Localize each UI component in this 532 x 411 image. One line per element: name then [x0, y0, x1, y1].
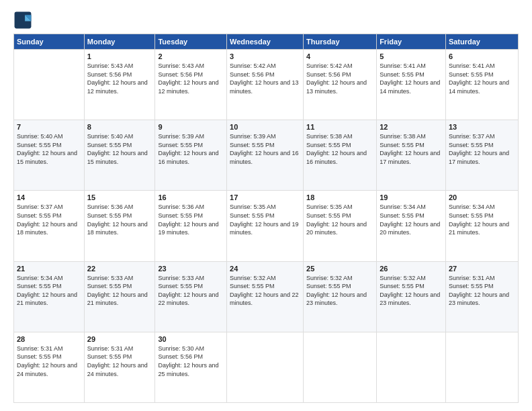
calendar-table: SundayMondayTuesdayWednesdayThursdayFrid… [13, 34, 519, 403]
day-info: Sunrise: 5:36 AM Sunset: 5:55 PM Dayligh… [158, 203, 224, 236]
day-number: 10 [230, 123, 300, 131]
week-row: 7Sunrise: 5:40 AM Sunset: 5:55 PM Daylig… [14, 120, 519, 191]
day-header: Saturday [445, 34, 518, 50]
day-cell: 9Sunrise: 5:39 AM Sunset: 5:55 PM Daylig… [155, 120, 227, 191]
logo-icon [13, 11, 32, 30]
day-info: Sunrise: 5:42 AM Sunset: 5:56 PM Dayligh… [230, 62, 300, 95]
day-number: 2 [158, 52, 224, 60]
day-header: Tuesday [155, 34, 227, 50]
day-number: 6 [449, 52, 515, 60]
day-info: Sunrise: 5:37 AM Sunset: 5:55 PM Dayligh… [449, 132, 515, 166]
day-info: Sunrise: 5:34 AM Sunset: 5:55 PM Dayligh… [17, 274, 81, 308]
week-row: 28Sunrise: 5:31 AM Sunset: 5:55 PM Dayli… [14, 332, 519, 402]
day-info: Sunrise: 5:36 AM Sunset: 5:55 PM Dayligh… [87, 203, 152, 236]
day-number: 26 [380, 265, 443, 273]
day-number: 30 [158, 335, 224, 343]
day-header: Sunday [14, 34, 85, 50]
day-cell: 21Sunrise: 5:34 AM Sunset: 5:55 PM Dayli… [14, 261, 85, 332]
day-cell: 12Sunrise: 5:38 AM Sunset: 5:55 PM Dayli… [377, 120, 446, 191]
week-row: 14Sunrise: 5:37 AM Sunset: 5:55 PM Dayli… [14, 191, 519, 261]
day-cell [227, 332, 304, 402]
day-number: 4 [306, 52, 373, 60]
day-number: 16 [158, 193, 224, 201]
day-cell: 2Sunrise: 5:43 AM Sunset: 5:56 PM Daylig… [155, 50, 227, 120]
day-info: Sunrise: 5:31 AM Sunset: 5:55 PM Dayligh… [17, 345, 81, 378]
day-number: 24 [230, 265, 300, 273]
day-info: Sunrise: 5:31 AM Sunset: 5:55 PM Dayligh… [449, 274, 515, 308]
day-number: 25 [306, 265, 373, 273]
day-number: 21 [17, 265, 81, 273]
day-info: Sunrise: 5:41 AM Sunset: 5:55 PM Dayligh… [380, 62, 443, 95]
logo [13, 11, 35, 30]
day-info: Sunrise: 5:34 AM Sunset: 5:55 PM Dayligh… [380, 203, 443, 236]
day-info: Sunrise: 5:33 AM Sunset: 5:55 PM Dayligh… [158, 274, 224, 308]
day-info: Sunrise: 5:42 AM Sunset: 5:56 PM Dayligh… [306, 62, 373, 95]
day-info: Sunrise: 5:32 AM Sunset: 5:55 PM Dayligh… [380, 274, 443, 308]
header-row: SundayMondayTuesdayWednesdayThursdayFrid… [14, 34, 519, 50]
day-number: 7 [17, 123, 81, 131]
day-info: Sunrise: 5:39 AM Sunset: 5:55 PM Dayligh… [230, 132, 300, 166]
day-info: Sunrise: 5:39 AM Sunset: 5:55 PM Dayligh… [158, 132, 224, 166]
day-number: 11 [306, 123, 373, 131]
day-info: Sunrise: 5:41 AM Sunset: 5:55 PM Dayligh… [449, 62, 515, 95]
day-header: Wednesday [227, 34, 304, 50]
day-cell: 7Sunrise: 5:40 AM Sunset: 5:55 PM Daylig… [14, 120, 85, 191]
day-cell: 4Sunrise: 5:42 AM Sunset: 5:56 PM Daylig… [304, 50, 377, 120]
day-cell: 29Sunrise: 5:31 AM Sunset: 5:55 PM Dayli… [84, 332, 155, 402]
day-info: Sunrise: 5:34 AM Sunset: 5:55 PM Dayligh… [449, 203, 515, 236]
week-row: 21Sunrise: 5:34 AM Sunset: 5:55 PM Dayli… [14, 261, 519, 332]
day-number: 8 [87, 123, 152, 131]
day-info: Sunrise: 5:32 AM Sunset: 5:55 PM Dayligh… [230, 274, 300, 308]
day-number: 13 [449, 123, 515, 131]
day-cell: 6Sunrise: 5:41 AM Sunset: 5:55 PM Daylig… [445, 50, 518, 120]
day-cell: 8Sunrise: 5:40 AM Sunset: 5:55 PM Daylig… [84, 120, 155, 191]
day-header: Thursday [304, 34, 377, 50]
day-cell: 26Sunrise: 5:32 AM Sunset: 5:55 PM Dayli… [377, 261, 446, 332]
day-cell: 3Sunrise: 5:42 AM Sunset: 5:56 PM Daylig… [227, 50, 304, 120]
day-number: 28 [17, 335, 81, 343]
day-cell: 1Sunrise: 5:43 AM Sunset: 5:56 PM Daylig… [84, 50, 155, 120]
day-number: 12 [380, 123, 443, 131]
day-cell: 28Sunrise: 5:31 AM Sunset: 5:55 PM Dayli… [14, 332, 85, 402]
day-number: 27 [449, 265, 515, 273]
day-number: 3 [230, 52, 300, 60]
day-cell: 13Sunrise: 5:37 AM Sunset: 5:55 PM Dayli… [445, 120, 518, 191]
day-number: 9 [158, 123, 224, 131]
day-number: 22 [87, 265, 152, 273]
day-cell: 11Sunrise: 5:38 AM Sunset: 5:55 PM Dayli… [304, 120, 377, 191]
day-number: 29 [87, 335, 152, 343]
page: SundayMondayTuesdayWednesdayThursdayFrid… [0, 0, 532, 411]
day-number: 1 [87, 52, 152, 60]
day-cell: 15Sunrise: 5:36 AM Sunset: 5:55 PM Dayli… [84, 191, 155, 261]
day-cell: 18Sunrise: 5:35 AM Sunset: 5:55 PM Dayli… [304, 191, 377, 261]
day-header: Monday [84, 34, 155, 50]
day-cell: 25Sunrise: 5:32 AM Sunset: 5:55 PM Dayli… [304, 261, 377, 332]
day-info: Sunrise: 5:43 AM Sunset: 5:56 PM Dayligh… [158, 62, 224, 95]
day-cell: 10Sunrise: 5:39 AM Sunset: 5:55 PM Dayli… [227, 120, 304, 191]
day-info: Sunrise: 5:40 AM Sunset: 5:55 PM Dayligh… [87, 132, 152, 166]
day-number: 19 [380, 193, 443, 201]
day-info: Sunrise: 5:38 AM Sunset: 5:55 PM Dayligh… [380, 132, 443, 166]
day-cell [445, 332, 518, 402]
day-cell: 16Sunrise: 5:36 AM Sunset: 5:55 PM Dayli… [155, 191, 227, 261]
day-info: Sunrise: 5:43 AM Sunset: 5:56 PM Dayligh… [87, 62, 152, 95]
day-number: 23 [158, 265, 224, 273]
day-cell: 23Sunrise: 5:33 AM Sunset: 5:55 PM Dayli… [155, 261, 227, 332]
day-number: 15 [87, 193, 152, 201]
day-cell: 24Sunrise: 5:32 AM Sunset: 5:55 PM Dayli… [227, 261, 304, 332]
day-number: 5 [380, 52, 443, 60]
week-row: 1Sunrise: 5:43 AM Sunset: 5:56 PM Daylig… [14, 50, 519, 120]
day-number: 18 [306, 193, 373, 201]
day-info: Sunrise: 5:38 AM Sunset: 5:55 PM Dayligh… [306, 132, 373, 166]
day-number: 20 [449, 193, 515, 201]
day-cell: 5Sunrise: 5:41 AM Sunset: 5:55 PM Daylig… [377, 50, 446, 120]
day-info: Sunrise: 5:30 AM Sunset: 5:56 PM Dayligh… [158, 345, 224, 378]
day-cell: 27Sunrise: 5:31 AM Sunset: 5:55 PM Dayli… [445, 261, 518, 332]
day-cell: 22Sunrise: 5:33 AM Sunset: 5:55 PM Dayli… [84, 261, 155, 332]
day-cell [377, 332, 446, 402]
day-cell: 17Sunrise: 5:35 AM Sunset: 5:55 PM Dayli… [227, 191, 304, 261]
day-info: Sunrise: 5:31 AM Sunset: 5:55 PM Dayligh… [87, 345, 152, 378]
day-cell: 30Sunrise: 5:30 AM Sunset: 5:56 PM Dayli… [155, 332, 227, 402]
day-info: Sunrise: 5:33 AM Sunset: 5:55 PM Dayligh… [87, 274, 152, 308]
day-info: Sunrise: 5:37 AM Sunset: 5:55 PM Dayligh… [17, 203, 81, 236]
